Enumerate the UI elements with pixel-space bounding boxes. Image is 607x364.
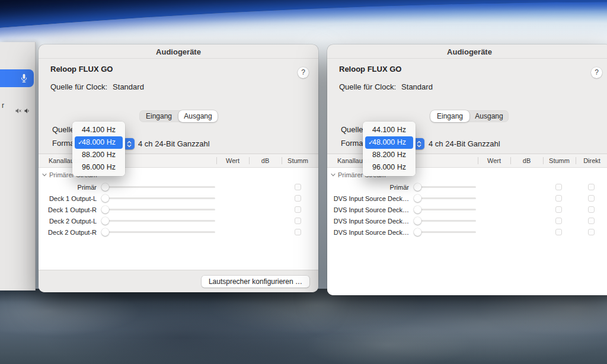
- slider-track[interactable]: [104, 209, 215, 210]
- slider-knob[interactable]: [414, 228, 421, 236]
- volume-slider[interactable]: [414, 183, 477, 191]
- io-tab[interactable]: Eingang: [430, 110, 469, 122]
- channel-row: DVS Input Source Deck…: [327, 226, 607, 238]
- direct-checkbox[interactable]: [588, 229, 595, 235]
- sample-rate-menu: 44.100 Hz ✓48.000 Hz 88.200 Hz 96.000 Hz: [363, 122, 416, 176]
- configure-speakers-button[interactable]: Lautsprecher konfigurieren …: [202, 276, 309, 288]
- slider-knob[interactable]: [101, 228, 109, 236]
- sidebar-selected-device-row[interactable]: [0, 69, 34, 87]
- sample-rate-option[interactable]: 44.100 Hz: [365, 124, 413, 136]
- slider-track[interactable]: [417, 209, 476, 210]
- mute-checkbox[interactable]: [295, 229, 301, 235]
- volume-slider[interactable]: [101, 183, 216, 191]
- slider-knob[interactable]: [101, 217, 109, 225]
- direct-checkbox[interactable]: [588, 195, 595, 202]
- slider-knob[interactable]: [414, 183, 421, 191]
- channel-label: Primär: [327, 184, 409, 191]
- sample-rate-option[interactable]: ✓48.000 Hz: [365, 136, 413, 149]
- volume-slider[interactable]: [101, 194, 216, 202]
- channel-row: Deck 2 Output-R: [39, 226, 318, 238]
- volume-slider[interactable]: [414, 217, 477, 225]
- sample-rate-option[interactable]: 96.000 Hz: [75, 161, 123, 174]
- mute-checkbox[interactable]: [555, 218, 562, 224]
- mute-checkbox[interactable]: [555, 184, 562, 190]
- slider-knob[interactable]: [101, 183, 109, 191]
- sample-rate-menu: 44.100 Hz ✓48.000 Hz 88.200 Hz 96.000 Hz: [72, 122, 125, 176]
- column-header: Wert: [478, 157, 510, 164]
- direct-checkbox[interactable]: [588, 206, 595, 213]
- direct-checkbox[interactable]: [588, 218, 595, 224]
- mute-cell: [542, 218, 575, 224]
- channel-label: Deck 1 Output-L: [39, 195, 97, 202]
- slider-track[interactable]: [417, 220, 476, 222]
- audio-devices-window-input: Audiogeräte Reloop FLUX GO Quelle für Cl…: [327, 44, 607, 295]
- slider-knob[interactable]: [101, 194, 109, 202]
- volume-slider[interactable]: [101, 206, 216, 213]
- disclosure-chevron-icon: [331, 173, 336, 177]
- titlebar[interactable]: Audiogeräte: [327, 44, 607, 59]
- mute-checkbox[interactable]: [295, 218, 301, 224]
- wallpaper-clouds: [0, 289, 607, 364]
- io-tab-bar: EingangAusgang: [139, 110, 218, 122]
- background-window-sidebar: r: [0, 42, 36, 290]
- checkmark-icon: ✓: [368, 136, 373, 149]
- sample-rate-option[interactable]: 88.200 Hz: [365, 149, 413, 161]
- channel-row: Deck 2 Output-L: [39, 215, 318, 226]
- volume-slider[interactable]: [101, 228, 216, 236]
- slider-knob[interactable]: [101, 206, 109, 213]
- channel-label: DVS Input Source Deck…: [327, 218, 409, 225]
- slider-track[interactable]: [104, 220, 215, 222]
- sample-rate-option[interactable]: 88.200 Hz: [75, 149, 123, 161]
- column-header: dB: [510, 157, 543, 164]
- mute-checkbox[interactable]: [555, 206, 562, 213]
- io-tab[interactable]: Ausgang: [469, 110, 509, 122]
- channel-column-header: Kanallautstärke: [39, 157, 216, 164]
- slider-track[interactable]: [104, 186, 215, 188]
- muted-speaker-icon: [15, 108, 22, 114]
- mute-checkbox[interactable]: [555, 195, 562, 202]
- column-header: Wert: [216, 157, 249, 164]
- channel-row: Primär: [39, 181, 318, 193]
- io-tab[interactable]: Ausgang: [178, 110, 218, 122]
- sample-rate-option[interactable]: 44.100 Hz: [75, 124, 123, 136]
- mute-checkbox[interactable]: [295, 206, 301, 213]
- speaker-icon: [24, 108, 31, 114]
- volume-slider[interactable]: [414, 228, 477, 236]
- slider-track[interactable]: [104, 231, 215, 233]
- direct-cell: [575, 206, 607, 213]
- volume-slider[interactable]: [101, 217, 216, 225]
- titlebar[interactable]: Audiogeräte: [39, 44, 318, 59]
- channel-table: Primärer Stream Primär: [327, 168, 607, 295]
- mute-checkbox[interactable]: [555, 229, 562, 235]
- sidebar-item-label-fragment: r: [2, 101, 4, 110]
- mute-cell: [282, 218, 314, 224]
- channel-label: Deck 1 Output-R: [39, 206, 97, 213]
- help-button[interactable]: ?: [591, 67, 602, 78]
- direct-checkbox[interactable]: [588, 184, 595, 190]
- slider-knob[interactable]: [414, 194, 421, 202]
- io-tab[interactable]: Eingang: [139, 110, 178, 122]
- mute-checkbox[interactable]: [295, 195, 301, 202]
- sample-rate-option[interactable]: ✓48.000 Hz: [75, 136, 123, 149]
- clock-source-label: Quelle für Clock:: [339, 82, 396, 91]
- direct-cell: [575, 184, 607, 190]
- direct-cell: [575, 195, 607, 202]
- volume-slider[interactable]: [414, 206, 477, 213]
- channel-label: DVS Input Source Deck…: [327, 206, 409, 213]
- slider-track[interactable]: [104, 197, 215, 199]
- slider-track[interactable]: [417, 197, 476, 199]
- mute-checkbox[interactable]: [295, 184, 301, 190]
- column-header: Direkt: [576, 157, 607, 164]
- help-button[interactable]: ?: [298, 67, 309, 78]
- slider-track[interactable]: [417, 186, 476, 188]
- popup-chevrons-icon: [127, 141, 132, 148]
- sample-rate-option[interactable]: 96.000 Hz: [365, 161, 413, 174]
- slider-knob[interactable]: [414, 217, 421, 225]
- format-value: 4 ch 24-Bit Ganzzahl: [138, 139, 210, 148]
- channel-table: Primärer Stream Primär: [39, 168, 318, 270]
- slider-knob[interactable]: [414, 206, 421, 213]
- volume-slider[interactable]: [414, 194, 477, 202]
- mute-cell: [542, 206, 575, 213]
- slider-track[interactable]: [417, 231, 476, 233]
- audio-devices-window-output: Audiogeräte Reloop FLUX GO Quelle für Cl…: [39, 44, 318, 292]
